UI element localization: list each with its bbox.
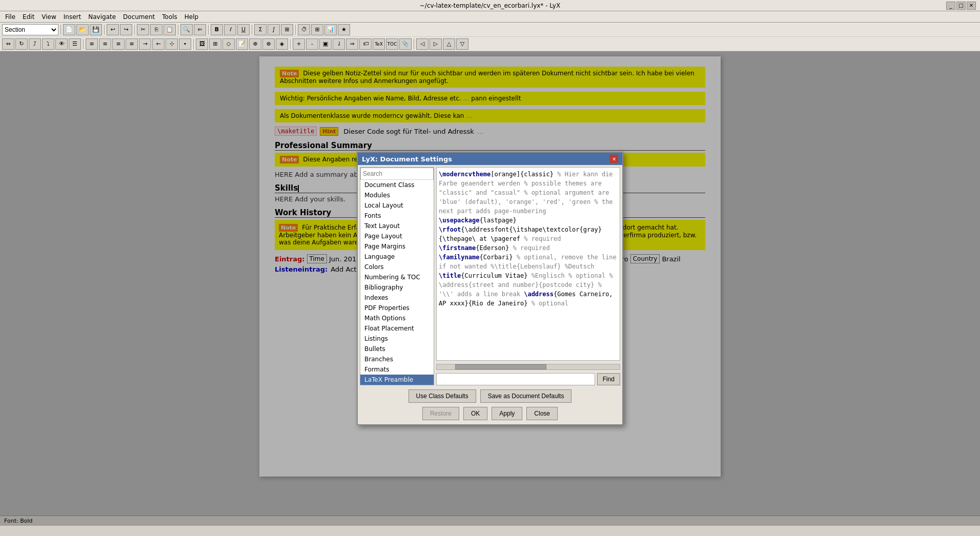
redo-button[interactable]: ↪ — [120, 24, 132, 35]
preview-button[interactable]: ☰ — [69, 38, 81, 50]
close-window-button[interactable]: ✕ — [967, 2, 976, 10]
apply-button[interactable]: Apply — [492, 407, 522, 420]
insert3-button[interactable]: ⊗ — [262, 38, 275, 50]
main-area: Note Diese gelben Notiz-Zettel sind nur … — [0, 51, 980, 526]
outdent-button[interactable]: ← — [152, 38, 165, 50]
maximize-button[interactable]: □ — [956, 2, 966, 10]
sidebar-item-math[interactable]: Math Options — [360, 313, 434, 323]
indent-button[interactable]: → — [139, 38, 151, 50]
nav-prev-button[interactable]: △ — [443, 38, 455, 50]
layout-selector[interactable]: Section — [2, 24, 58, 35]
sidebar-item-text-layout[interactable]: Text Layout — [360, 221, 434, 231]
insert2-button[interactable]: ⊕ — [249, 38, 261, 50]
align-right-button[interactable]: ≡ — [112, 38, 125, 50]
close-button[interactable]: Close — [526, 407, 558, 420]
zoom-in-button[interactable]: + — [293, 38, 305, 50]
align-center-button[interactable]: ≡ — [99, 38, 111, 50]
search-button[interactable]: 🔍 — [180, 24, 193, 35]
copy-button[interactable]: ⎘ — [150, 24, 162, 35]
sidebar-item-bibliography[interactable]: Bibliography — [360, 282, 434, 293]
ref-button[interactable]: ⇒ — [346, 38, 358, 50]
sidebar-item-fonts[interactable]: Fonts — [360, 211, 434, 221]
sidebar-item-language[interactable]: Language — [360, 252, 434, 262]
attach-button[interactable]: 📎 — [399, 38, 412, 50]
sidebar-item-indexes[interactable]: Indexes — [360, 293, 434, 303]
bold-button[interactable]: B — [211, 24, 223, 35]
new-button[interactable]: 📄 — [63, 24, 75, 35]
insert-tab-button[interactable]: ⊞ — [209, 38, 221, 50]
undo-button[interactable]: ↩ — [107, 24, 119, 35]
sidebar-item-pdf[interactable]: PDF Properties — [360, 303, 434, 313]
list-button[interactable]: ⊹ — [166, 38, 178, 50]
align-left-button[interactable]: ≡ — [86, 38, 98, 50]
sidebar-item-document-class[interactable]: Document Class — [360, 180, 434, 190]
cut-button[interactable]: ✂ — [137, 24, 149, 35]
insert-fig-button[interactable]: 🖼 — [196, 38, 208, 50]
dialog-close-icon[interactable]: ✕ — [610, 155, 618, 163]
frame-button[interactable]: ▣ — [319, 38, 332, 50]
nav-fwd-button[interactable]: ▷ — [430, 38, 442, 50]
search2-button[interactable]: ⇐ — [194, 24, 206, 35]
star-button[interactable]: ★ — [338, 24, 350, 35]
underline-button[interactable]: U — [237, 24, 250, 35]
menu-navigate[interactable]: Navigate — [85, 12, 119, 22]
label-button[interactable]: 🏷 — [359, 38, 372, 50]
sidebar-item-formats[interactable]: Formats — [360, 364, 434, 375]
menu-view[interactable]: View — [38, 12, 59, 22]
sidebar-item-branches[interactable]: Branches — [360, 354, 434, 364]
clock-button[interactable]: ⏱ — [298, 24, 310, 35]
nav-bar-button[interactable]: ▽ — [456, 38, 468, 50]
find-button[interactable]: Find — [597, 373, 620, 385]
dialog-search-input[interactable] — [360, 168, 434, 180]
sidebar-item-page-margins[interactable]: Page Margins — [360, 241, 434, 252]
chart-button[interactable]: 📊 — [324, 24, 337, 35]
bullet-button[interactable]: • — [179, 38, 191, 50]
sep-t2-4 — [414, 39, 414, 49]
sidebar-item-numbering[interactable]: Numbering & TOC — [360, 272, 434, 282]
menu-help[interactable]: Help — [181, 12, 201, 22]
matrix-button[interactable]: ⊞ — [281, 24, 293, 35]
align-justify-button[interactable]: ≡ — [126, 38, 138, 50]
sidebar-item-colors[interactable]: Colors — [360, 262, 434, 272]
sidebar-item-listings[interactable]: Listings — [360, 334, 434, 344]
export-button[interactable]: ⤴ — [29, 38, 41, 50]
insert4-button[interactable]: ◈ — [276, 38, 288, 50]
math-button[interactable]: Σ — [254, 24, 267, 35]
find-input[interactable] — [436, 373, 595, 385]
horizontal-scrollbar[interactable] — [436, 364, 620, 370]
sidebar-item-latex-preamble[interactable]: LaTeX Preamble — [360, 375, 434, 385]
import-button[interactable]: ⤵ — [42, 38, 54, 50]
refresh-button[interactable]: ↻ — [15, 38, 28, 50]
sidebar-item-float[interactable]: Float Placement — [360, 323, 434, 334]
sidebar-item-bullets[interactable]: Bullets — [360, 344, 434, 354]
sidebar-item-modules[interactable]: Modules — [360, 190, 434, 200]
sidebar-item-local-layout[interactable]: Local Layout — [360, 200, 434, 211]
save-button[interactable]: 💾 — [90, 24, 102, 35]
tex-button[interactable]: TeX — [373, 38, 385, 50]
note-button[interactable]: 📝 — [236, 38, 248, 50]
menu-file[interactable]: File — [2, 12, 18, 22]
zoom-out-button[interactable]: - — [306, 38, 318, 50]
arrows-button[interactable]: ⇔ — [2, 38, 14, 50]
menu-edit[interactable]: Edit — [19, 12, 37, 22]
paste-button[interactable]: 📋 — [164, 24, 176, 35]
minimize-button[interactable]: _ — [946, 2, 955, 10]
menu-insert[interactable]: Insert — [60, 12, 84, 22]
open-button[interactable]: 📂 — [76, 24, 89, 35]
restore-button[interactable]: Restore — [422, 407, 459, 420]
ok-button[interactable]: OK — [463, 407, 487, 420]
view-button[interactable]: 👁 — [55, 38, 68, 50]
table-button[interactable]: ⊞ — [311, 24, 323, 35]
nav-back-button[interactable]: ◁ — [416, 38, 428, 50]
use-class-defaults-button[interactable]: Use Class Defaults — [409, 389, 476, 403]
menu-tools[interactable]: Tools — [159, 12, 180, 22]
italic-button[interactable]: I — [224, 24, 236, 35]
save-document-defaults-button[interactable]: Save as Document Defaults — [480, 389, 572, 403]
formula-button[interactable]: ∫ — [268, 24, 280, 35]
break-button[interactable]: ⤸ — [333, 38, 345, 50]
sidebar-item-page-layout[interactable]: Page Layout — [360, 231, 434, 241]
menu-document[interactable]: Document — [120, 12, 158, 22]
preamble-code-area[interactable]: \moderncvtheme[orange]{classic} % Hier k… — [436, 167, 620, 361]
toc-button[interactable]: TOC — [386, 38, 398, 50]
special-button[interactable]: ◇ — [222, 38, 235, 50]
